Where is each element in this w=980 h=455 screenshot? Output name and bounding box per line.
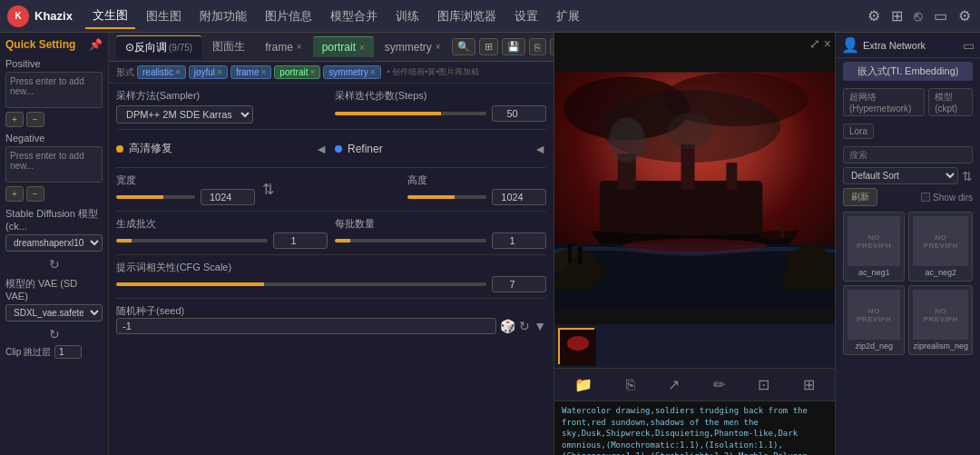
svg-point-17 [622,238,767,252]
negative-prompt-box[interactable]: Press enter to add new... [5,146,103,183]
person-icon[interactable]: 👤 [841,36,859,54]
nav-extra[interactable]: 附加功能 [192,5,254,28]
tab-search-btn[interactable]: 🔍 [452,38,475,55]
tab-frame-close[interactable]: × [297,42,302,52]
show-dirs-toggle[interactable]: Show dirs [921,193,973,203]
cfg-input[interactable] [492,276,546,292]
tab-copy-btn[interactable]: ⎘ [529,38,546,55]
tab-reverse[interactable]: ⊙ 反向调 (9/75) [116,35,201,59]
ckpt-tab[interactable]: 模型(ckpt) [928,88,973,116]
sidebar-pin-icon[interactable]: 📌 [89,38,103,51]
right-panel-close-icon[interactable]: ▭ [963,38,975,53]
image-compare-icon[interactable]: ⊞ [799,372,818,397]
cfg-slider[interactable] [116,282,486,286]
tag-frame[interactable]: frame × [230,65,271,79]
batch-count-input[interactable] [273,232,328,249]
net-card-zip2d-neg[interactable]: NOPREVIFH zip2d_neg [843,285,905,355]
tag-symmetry-tag-close[interactable]: × [370,67,376,77]
wh-swap-icon[interactable]: ⇅ [262,181,401,198]
positive-prompt-box[interactable]: Press enter to add new... [5,72,103,108]
tab-save-btn[interactable]: 💾 [502,38,525,55]
seed-arrow-icon[interactable]: ▼ [534,319,546,333]
tag-joyful[interactable]: joyful × [189,65,228,79]
settings-icon[interactable]: ⚙ [866,5,882,26]
clip-input[interactable] [54,345,82,359]
steps-input[interactable] [492,105,546,122]
minimize-icon[interactable]: ▭ [932,5,949,26]
nav-wensh[interactable]: 文生图 [85,4,135,29]
image-copy-icon[interactable]: ⎘ [622,373,639,397]
nav-tush[interactable]: 图生图 [139,5,189,28]
image-edit-icon[interactable]: ✏ [710,372,729,397]
embedding-tab[interactable]: 嵌入式(TI. Embedding) [843,62,973,81]
vae-label: 模型的 VAE (SD VAE) [5,277,103,302]
tag-portrait[interactable]: portrait × [274,65,320,79]
image-expand-icon[interactable]: ⤢ [809,36,820,51]
steps-slider[interactable] [335,112,486,115]
hires-toggle[interactable]: 高清修复 ◄ [116,141,328,156]
image-crop-icon[interactable]: ⊡ [754,372,773,397]
height-input[interactable] [492,189,546,205]
width-slider[interactable] [116,195,195,199]
tab-portrait-close[interactable]: × [359,43,365,53]
refiner-toggle[interactable]: Refiner ◄ [335,141,546,156]
negative-add-btn[interactable]: + [5,186,24,202]
hypernetwork-tab[interactable]: 超网络(Hypernetwork) [843,88,925,116]
share-icon[interactable]: ⎋ [912,6,925,26]
tag-portrait-tag-close[interactable]: × [309,67,315,77]
net-card-ziprealism-neg[interactable]: NOPREVIFH ziprealism_neg [908,285,973,355]
tab-portrait-text: portrait [322,41,356,54]
height-slider[interactable] [407,195,486,199]
sort-select[interactable]: Default Sort [843,167,958,184]
net-card-ac-neg2[interactable]: NOPREVIFH ac_neg2 [908,212,973,282]
width-input[interactable] [201,189,255,205]
batch-size-slider[interactable] [335,239,486,242]
tag-joyful-close[interactable]: × [217,67,222,77]
batch-size-group: 每批数量 [335,217,546,249]
net-card-ac-neg1[interactable]: NOPREVIFH ac_neg1 [843,212,905,282]
network-grid: NOPREVIFH ac_neg1 NOPREVIFH ac_neg2 NOPR… [836,212,980,355]
thumb-1[interactable] [558,328,594,364]
model-refresh-icon[interactable]: ↻ [5,257,103,272]
vae-refresh-icon[interactable]: ↻ [5,327,103,341]
sampler-select[interactable]: DPM++ 2M SDE Karras [116,105,253,124]
nav-expand[interactable]: 扩展 [549,5,587,28]
image-share-icon[interactable]: ↗ [664,372,683,397]
hires-refiner-row: 高清修复 ◄ Refiner ◄ [116,135,546,162]
nav-gallery[interactable]: 图库浏览器 [430,5,504,28]
tag-symmetry[interactable]: symmetry × [323,65,380,79]
nav-train[interactable]: 训练 [388,5,426,28]
positive-add-btn[interactable]: + [5,112,24,127]
refresh-btn[interactable]: 刷新 [843,188,877,206]
seed-input[interactable] [116,318,496,334]
batch-size-input[interactable] [492,232,546,249]
grid-icon[interactable]: ⊞ [889,5,905,26]
positive-clear-btn[interactable]: − [26,112,44,127]
tab-frame[interactable]: frame × [256,37,311,57]
tag-realistic[interactable]: realistic × [137,65,186,79]
tab-portrait[interactable]: portrait × [313,36,374,57]
tag-frame-tag-close[interactable]: × [261,67,267,77]
nav-imginfo[interactable]: 图片信息 [258,5,319,28]
folder-icon[interactable]: 📁 [571,372,596,397]
tab-grid-btn[interactable]: ⊞ [479,38,498,55]
seed-dice-icon[interactable]: 🎲 [500,319,515,333]
sort-icon[interactable]: ⇅ [962,169,973,183]
sd-model-select[interactable]: dreamshaperxl10al [5,234,103,252]
nav-settings[interactable]: 设置 [507,5,545,28]
show-dirs-checkbox[interactable] [921,193,930,202]
lora-tab[interactable]: Lora [843,124,874,139]
prompt-display: Watercolor drawing,soldiers trudging bac… [554,401,835,455]
tab-image[interactable]: 图面生 [203,35,254,58]
config-icon[interactable]: ⚙ [956,5,973,26]
tag-realistic-close[interactable]: × [175,67,181,77]
image-close-icon[interactable]: × [824,36,831,51]
negative-clear-btn[interactable]: − [26,186,44,202]
nav-modelmerge[interactable]: 模型合并 [323,5,385,28]
tab-symmetry-close[interactable]: × [436,42,441,52]
vae-select[interactable]: SDXL_vae.safete... [5,304,103,321]
network-search-input[interactable] [843,146,973,163]
tab-symmetry[interactable]: symmetry × [376,37,450,57]
seed-recycle-icon[interactable]: ↻ [519,319,530,333]
batch-count-slider[interactable] [116,239,268,242]
